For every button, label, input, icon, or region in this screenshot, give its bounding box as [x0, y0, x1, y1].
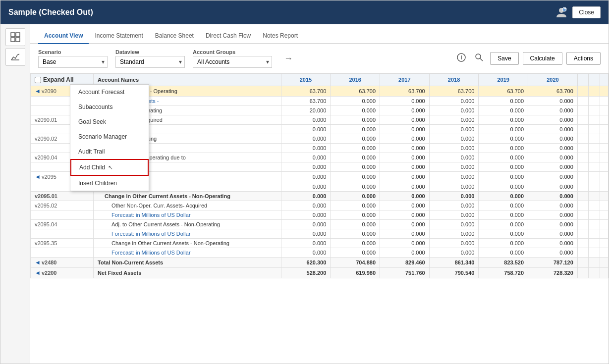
cell-account[interactable]: Forecast: in Millions of US Dollar: [94, 229, 281, 239]
calculate-button[interactable]: Calculate: [523, 52, 562, 65]
cell-value: 0.000: [528, 172, 578, 182]
context-menu-item-insert-children[interactable]: Insert Children: [70, 176, 149, 191]
cell-value: 751.760: [380, 268, 430, 278]
svg-rect-3: [11, 33, 15, 37]
cell-value: 0.000: [380, 220, 430, 229]
col-header-2017: 2017: [380, 74, 430, 86]
cell-value: 0.000: [429, 125, 479, 134]
tab-account-view[interactable]: Account View: [38, 28, 89, 44]
cell-value: 0.000: [380, 229, 430, 239]
toolbar-actions: i Save Calculate Actions: [454, 51, 601, 66]
cell-value: 0.000: [429, 134, 479, 144]
cell-extra: [589, 192, 600, 201]
cell-account: Change in Other Current Assets - Non-Ope…: [94, 239, 281, 248]
cell-extra: [577, 182, 589, 192]
cell-value: 0.000: [331, 182, 380, 192]
scenario-group: Scenario Base: [38, 49, 108, 68]
table-row: v2095.02Other Non-Oper. Curr. Assets- Ac…: [31, 201, 609, 210]
cell-extra: [577, 220, 589, 229]
go-button[interactable]: →: [280, 53, 297, 64]
cell-value: 0.000: [380, 115, 430, 125]
info-button[interactable]: i: [454, 51, 468, 66]
dataview-select-wrapper: Standard: [115, 56, 185, 68]
cell-value: 0.000: [479, 153, 528, 162]
cell-code: ◄v2200: [31, 268, 94, 278]
cell-value: 0.000: [331, 248, 380, 258]
tab-balance-sheet[interactable]: Balance Sheet: [149, 28, 200, 44]
cell-value: 63.700: [429, 86, 479, 97]
cell-account[interactable]: Forecast: in Millions of US Dollar: [94, 248, 281, 258]
cell-value: 0.000: [281, 125, 331, 134]
collapse-arrow[interactable]: ◄: [35, 259, 41, 266]
cell-value: 0.000: [331, 192, 380, 201]
cell-extra: [589, 239, 600, 248]
sidebar-chart-button[interactable]: [5, 48, 25, 66]
cell-value: 0.000: [281, 153, 331, 162]
collapse-arrow[interactable]: ◄: [35, 173, 41, 180]
context-menu-item-account-forecast[interactable]: Account Forecast: [70, 85, 149, 100]
actions-button[interactable]: Actions: [566, 52, 601, 65]
cell-value: 63.700: [281, 86, 331, 97]
col-header-2020: 2020: [528, 74, 578, 86]
collapse-arrow[interactable]: ◄: [35, 269, 41, 276]
tab-direct-cash-flow[interactable]: Direct Cash Flow: [200, 28, 257, 44]
cell-extra: [589, 106, 600, 115]
context-menu-item-goal-seek[interactable]: Goal Seek: [70, 114, 149, 129]
cell-value: 0.000: [281, 144, 331, 153]
cell-account[interactable]: Forecast: in Millions of US Dollar: [94, 210, 281, 220]
col-header-extra1: [577, 74, 589, 86]
account-groups-select[interactable]: All Accounts: [193, 56, 272, 68]
dataview-select[interactable]: Standard: [115, 56, 185, 68]
tab-income-statement[interactable]: Income Statement: [89, 28, 149, 44]
search-button[interactable]: [472, 51, 486, 66]
account-groups-group: Account Groups All Accounts: [193, 49, 272, 68]
cell-value: 0.000: [380, 248, 430, 258]
cell-value: 0.000: [380, 134, 430, 144]
collapse-arrow[interactable]: ◄: [35, 88, 41, 95]
cell-extra: [577, 239, 589, 248]
cell-value: 619.980: [331, 268, 380, 278]
cell-value: 0.000: [528, 192, 578, 201]
cell-value: 0.000: [429, 153, 479, 162]
context-menu-item-audit-trail[interactable]: Audit Trail: [70, 144, 149, 159]
cell-value: 0.000: [429, 182, 479, 192]
scenario-select[interactable]: Base: [38, 56, 108, 68]
expand-all-checkbox[interactable]: [35, 77, 41, 83]
cell-value: 0.000: [281, 182, 331, 192]
cell-extra: [589, 134, 600, 144]
context-menu-item-subaccounts[interactable]: Subaccounts: [70, 100, 149, 114]
header-right: + Close: [554, 5, 601, 19]
account-groups-select-wrapper: All Accounts: [193, 56, 272, 68]
sidebar-grid-button[interactable]: [5, 28, 25, 46]
cell-extra: [577, 201, 589, 210]
cell-code: [31, 248, 94, 258]
scenario-label: Scenario: [38, 49, 108, 55]
cell-extra: [600, 106, 609, 115]
cell-value: 0.000: [281, 229, 331, 239]
cell-extra: [577, 162, 589, 172]
svg-line-10: [480, 58, 483, 61]
cell-extra: [589, 125, 600, 134]
cell-extra: [600, 125, 609, 134]
context-menu-item-scenario-manager[interactable]: Scenario Manager: [70, 129, 149, 144]
cell-extra: [589, 144, 600, 153]
cell-extra: [589, 86, 600, 97]
cell-extra: [577, 115, 589, 125]
cell-extra: [589, 268, 600, 278]
user-icon: +: [554, 5, 568, 19]
cell-value: 787.120: [528, 258, 578, 268]
svg-text:i: i: [461, 54, 462, 61]
cell-value: 704.880: [331, 258, 380, 268]
close-button[interactable]: Close: [572, 6, 601, 18]
cell-value: 0.000: [380, 201, 430, 210]
cell-value: 823.520: [479, 258, 528, 268]
cell-value: 0.000: [479, 144, 528, 153]
cell-value: 0.000: [331, 210, 380, 220]
tab-notes-report[interactable]: Notes Report: [257, 28, 304, 44]
save-button[interactable]: Save: [490, 52, 518, 65]
context-menu-item-add-child[interactable]: Add Child↖: [70, 159, 149, 176]
cell-value: 0.000: [380, 125, 430, 134]
cell-value: 63.700: [281, 97, 331, 106]
cell-value: 0.000: [479, 210, 528, 220]
cell-value: 0.000: [331, 172, 380, 182]
